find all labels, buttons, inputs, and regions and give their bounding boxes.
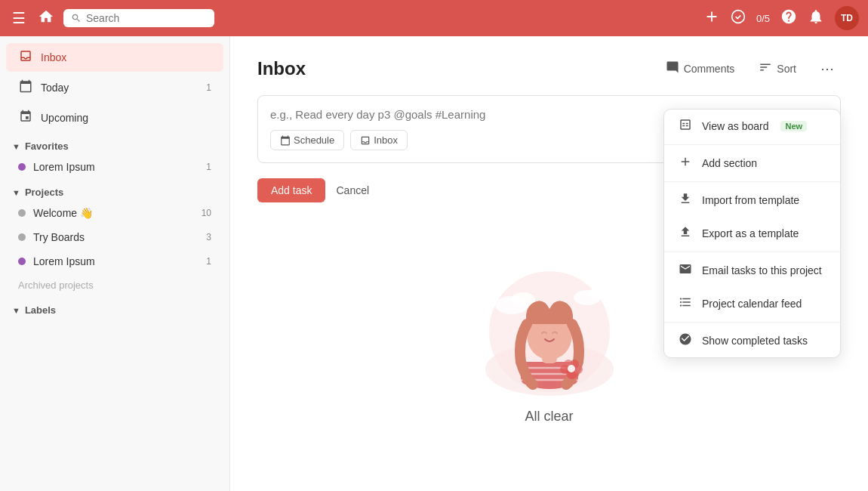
inbox-tag-button[interactable]: Inbox [350, 130, 408, 150]
comments-button[interactable]: Comments [660, 57, 741, 80]
schedule-button[interactable]: Schedule [270, 130, 344, 150]
sidebar-item-project-0[interactable]: Welcome 👋 10 [6, 202, 223, 224]
inbox-icon [18, 49, 33, 66]
all-clear-illustration [466, 264, 633, 400]
top-navigation: ☰ 0/5 TD [0, 0, 868, 36]
sidebar: Inbox Today 1 Upcoming ▼ Favorites Lorem… [0, 36, 230, 491]
labels-collapse-icon: ▼ [12, 306, 20, 315]
avatar[interactable]: TD [835, 6, 859, 30]
dropdown-add-section[interactable]: Add section [664, 147, 840, 180]
topnav-right-actions: 0/5 TD [703, 6, 859, 30]
projects-collapse-icon: ▼ [12, 188, 20, 197]
today-label: Today [41, 82, 69, 94]
project-name-1: Try Boards [33, 231, 85, 243]
favorites-item-badge: 1 [206, 162, 211, 172]
search-bar[interactable] [63, 9, 214, 27]
favorites-label: Favorites [25, 141, 69, 152]
add-icon[interactable] [703, 8, 720, 29]
favorites-dot-icon [18, 163, 26, 171]
add-section-label: Add section [702, 157, 757, 169]
schedule-label: Schedule [294, 134, 334, 146]
hamburger-icon[interactable]: ☰ [9, 6, 29, 30]
sidebar-item-upcoming[interactable]: Upcoming [6, 103, 223, 132]
show-completed-icon [678, 332, 693, 349]
home-icon[interactable] [35, 5, 57, 32]
import-template-label: Import from template [702, 194, 799, 206]
more-options-button[interactable]: ⋯ [814, 57, 841, 80]
dropdown-divider-2 [664, 181, 840, 182]
project-name-2: Lorem Ipsum [33, 255, 95, 267]
sort-button[interactable]: Sort [753, 57, 802, 80]
sidebar-item-today[interactable]: Today 1 [6, 73, 223, 102]
project-name-0: Welcome 👋 [33, 207, 93, 219]
dropdown-view-as-board[interactable]: View as board New [664, 110, 840, 143]
karma-score: 0/5 [756, 13, 770, 24]
favorites-section-header[interactable]: ▼ Favorites [0, 133, 229, 155]
content-header: Inbox Comments Sort ⋯ [257, 57, 841, 80]
help-icon[interactable] [780, 8, 797, 29]
dropdown-divider-1 [664, 144, 840, 145]
favorites-collapse-icon: ▼ [12, 142, 20, 151]
dropdown-email-tasks[interactable]: Email tasks to this project [664, 254, 840, 287]
labels-section-header[interactable]: ▼ Labels [0, 297, 229, 319]
email-tasks-label: Email tasks to this project [702, 264, 822, 276]
main-layout: Inbox Today 1 Upcoming ▼ Favorites Lorem… [0, 36, 868, 491]
board-icon [678, 118, 693, 134]
notification-icon[interactable] [808, 8, 824, 29]
project-dot-0-icon [18, 209, 26, 217]
project-badge-0: 10 [202, 208, 211, 218]
dropdown-show-completed[interactable]: Show completed tasks [664, 324, 840, 357]
calendar-feed-icon [678, 295, 693, 312]
comments-label: Comments [684, 63, 735, 75]
comments-icon [666, 60, 679, 77]
project-dot-1-icon [18, 233, 26, 241]
project-dot-2-icon [18, 258, 26, 265]
show-completed-label: Show completed tasks [702, 335, 808, 347]
projects-label: Projects [25, 187, 63, 198]
sidebar-item-project-2[interactable]: Lorem Ipsum 1 [6, 250, 223, 273]
new-badge: New [780, 121, 807, 131]
today-badge: 1 [206, 82, 211, 93]
all-clear-text: All clear [525, 409, 573, 425]
favorites-item-label: Lorem Ipsum [33, 161, 95, 173]
sidebar-item-inbox[interactable]: Inbox [6, 43, 223, 72]
project-badge-1: 3 [206, 232, 211, 242]
page-title: Inbox [257, 58, 660, 79]
dropdown-divider-3 [664, 252, 840, 252]
sidebar-item-project-1[interactable]: Try Boards 3 [6, 226, 223, 249]
search-input[interactable] [86, 12, 207, 24]
labels-label: Labels [25, 304, 56, 316]
import-icon [678, 192, 693, 208]
sidebar-item-favorites-lorem[interactable]: Lorem Ipsum 1 [6, 156, 223, 178]
dropdown-calendar-feed[interactable]: Project calendar feed [664, 287, 840, 320]
export-template-label: Export as a template [702, 227, 799, 239]
calendar-feed-label: Project calendar feed [702, 298, 802, 310]
inbox-tag-label: Inbox [374, 134, 398, 146]
upcoming-label: Upcoming [41, 112, 88, 124]
svg-point-6 [588, 288, 609, 300]
svg-point-0 [732, 10, 745, 23]
add-section-icon [678, 155, 693, 171]
main-content: Inbox Comments Sort ⋯ [230, 36, 868, 491]
upcoming-icon [18, 110, 33, 126]
project-badge-2: 1 [206, 256, 211, 267]
dropdown-import-template[interactable]: Import from template [664, 184, 840, 217]
sort-label: Sort [777, 63, 796, 75]
add-task-button[interactable]: Add task [257, 178, 325, 202]
archived-projects-link[interactable]: Archived projects [0, 273, 229, 297]
projects-section-header[interactable]: ▼ Projects [0, 179, 229, 201]
today-icon [18, 79, 33, 96]
content-actions: Comments Sort ⋯ [660, 57, 841, 80]
export-icon [678, 225, 693, 242]
svg-point-19 [568, 365, 575, 372]
cancel-button[interactable]: Cancel [333, 178, 372, 202]
dropdown-export-template[interactable]: Export as a template [664, 217, 840, 250]
dropdown-divider-4 [664, 322, 840, 323]
view-as-board-label: View as board [702, 120, 768, 132]
email-icon [678, 262, 693, 279]
inbox-label: Inbox [41, 51, 66, 63]
sort-icon [759, 60, 772, 77]
dropdown-menu: View as board New Add section Import fro… [663, 109, 841, 358]
karma-icon[interactable] [731, 9, 746, 28]
